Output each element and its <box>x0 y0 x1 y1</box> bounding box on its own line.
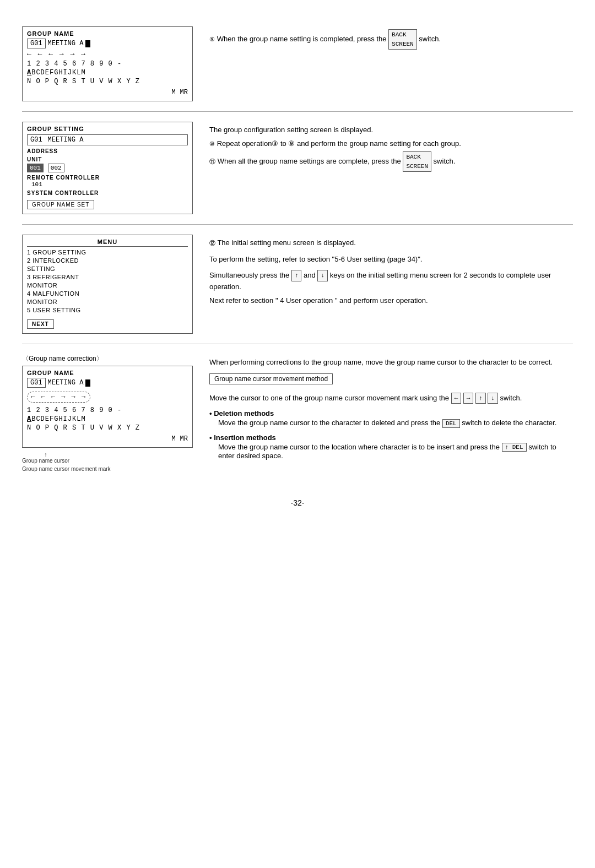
right-col-3: ⑫ The initial setting menu screen is dis… <box>204 235 573 334</box>
menu-para2: To perform the setting, refer to section… <box>209 254 573 265</box>
caption-area: ↑ Group name cursor Group name cursor mo… <box>22 451 193 472</box>
caption-cursor-col: ↑ Group name cursor <box>22 451 69 464</box>
correction-intro: When performing corrections to the group… <box>209 357 573 368</box>
deletion-text: Move the group name cursor to the charac… <box>209 419 573 428</box>
menu-item-3b: MONITOR <box>27 282 188 289</box>
menu-item-5: 5 USER SETTING <box>27 307 188 313</box>
group-name-display-1: MEETING A <box>48 40 91 47</box>
insertion-text: Move the group name cursor to the locati… <box>209 443 573 460</box>
menu-item-2b: SETTING <box>27 265 188 272</box>
char-A-underline: A <box>27 69 31 77</box>
left-col-3: MENU 1 GROUP SETTING 2 INTERLOCKED SETTI… <box>22 235 193 334</box>
cursor-block-2 <box>85 379 90 387</box>
step12-circle: ⑫ <box>209 238 215 248</box>
section-group-name-entry: GROUP NAME G01 MEETING A ← ← ← → → → 1 2… <box>22 17 573 111</box>
gs-system-label: SYSTEM CONTROLLER <box>27 190 188 196</box>
right-col-2: The group configuration setting screen i… <box>204 122 573 214</box>
step10-circle: ⑩ <box>209 139 215 149</box>
nav-arrows-1: ← ← ← → → → <box>27 50 188 58</box>
group-id-1: G01 <box>27 39 46 48</box>
menu-next-btn[interactable]: NEXT <box>27 319 54 329</box>
chars-rest-2: BCDEFGHIJKLM <box>31 415 85 423</box>
mr-row-2: M MR <box>27 435 188 443</box>
page-number: -32- <box>22 498 573 507</box>
gs-address-label: ADDRESS <box>27 148 188 154</box>
page-content: GROUP NAME G01 MEETING A ← ← ← → → → 1 2… <box>22 17 573 507</box>
ins-key-btn: ↑ DEL <box>502 443 527 452</box>
key-up-btn: ↑ <box>291 270 302 281</box>
group-name-screen-2: GROUP NAME G01 MEETING A ← ← ← → → → 1 2… <box>22 366 193 448</box>
key-right-btn: → <box>463 393 474 404</box>
gs-bottom-btn[interactable]: GROUP NAME SET <box>27 200 94 209</box>
step9-circle: ⑨ <box>209 35 215 44</box>
char-A-underline-2: A <box>27 415 31 423</box>
menu-step12: ⑫ The initial setting menu screen is dis… <box>209 237 573 248</box>
backscreen-key-1: BACKSCREEN <box>388 29 417 50</box>
key-down-btn: ↓ <box>317 270 328 281</box>
screen-title-2: GROUP NAME <box>27 370 188 376</box>
gs-group-id: G01 <box>30 136 42 144</box>
gs-step10: ⑩ Repeat operation③ to ⑨ and perform the… <box>209 138 573 149</box>
left-col-1: GROUP NAME G01 MEETING A ← ← ← → → → 1 2… <box>22 26 193 101</box>
btn-mr-1[interactable]: MR <box>180 89 188 96</box>
method-label: Group name cursor movement method <box>209 373 333 384</box>
mr-row-1: M MR <box>27 89 188 96</box>
btn-m-2[interactable]: M <box>171 435 175 443</box>
unit2-box: 002 <box>48 164 64 172</box>
chars-BCDEFGHIJKLM: BCDEFGHIJKLM <box>31 69 85 77</box>
chars-row3-2: N O P Q R S T U V W X Y Z <box>27 424 188 432</box>
gs-remote-val: 101 <box>31 181 188 188</box>
group-id-2: G01 <box>27 378 46 388</box>
screen-name-row-1: G01 MEETING A <box>27 39 188 48</box>
method-text: Move the cursor to one of the group name… <box>209 393 573 404</box>
left-col-2: GROUP SETTING G01 MEETING A ADDRESS UNIT… <box>22 122 193 214</box>
correction-container: GROUP NAME G01 MEETING A ← ← ← → → → 1 2… <box>22 366 193 472</box>
group-setting-screen: GROUP SETTING G01 MEETING A ADDRESS UNIT… <box>22 122 193 214</box>
gs-para1: The group configuration setting screen i… <box>209 124 573 135</box>
caption-mark-text: Group name cursor movement mark <box>22 466 193 472</box>
correction-title: 〈Group name correction〉 <box>22 354 193 364</box>
menu-para3: Simultaneously press the ↑ and ↓ keys on… <box>209 270 573 292</box>
screen-name-row-2: G01 MEETING A <box>27 378 188 388</box>
caption-cursor-arrow: ↑ <box>44 451 47 458</box>
menu-item-4b: MONITOR <box>27 299 188 305</box>
gs-name-row: G01 MEETING A <box>27 134 188 145</box>
cursor-block-1 <box>85 40 90 47</box>
menu-item-1: 1 GROUP SETTING <box>27 249 188 256</box>
del-key-btn: DEL <box>442 419 460 428</box>
right-col-4: When performing corrections to the group… <box>204 354 573 472</box>
menu-para4: Next refer to section " 4 User operation… <box>209 295 573 306</box>
menu-title: MENU <box>27 238 188 247</box>
key-down2-btn: ↓ <box>488 393 498 404</box>
btn-mr-2[interactable]: MR <box>180 435 188 443</box>
chars-row2-2: ABCDEFGHIJKLM <box>27 415 188 423</box>
menu-item-4: 4 MALFUNCTION <box>27 290 188 297</box>
section-correction: 〈Group name correction〉 GROUP NAME G01 M… <box>22 344 573 482</box>
group-name-screen-1: GROUP NAME G01 MEETING A ← ← ← → → → 1 2… <box>22 26 193 101</box>
unit1-box: 001 <box>27 164 44 172</box>
gs-unit-label: UNIT <box>27 156 188 162</box>
section-group-setting: GROUP SETTING G01 MEETING A ADDRESS UNIT… <box>22 111 573 224</box>
caption-cursor-text: Group name cursor <box>22 458 69 464</box>
group-name-display-2: MEETING A <box>48 379 91 387</box>
bullet-deletion: • Deletion methods Move the group name c… <box>209 409 573 428</box>
section-menu: MENU 1 GROUP SETTING 2 INTERLOCKED SETTI… <box>22 224 573 344</box>
gs-step11: ⑪ When all the group name settings are c… <box>209 151 573 172</box>
gs-remote-label: REMOTE CONTROLLER <box>27 175 188 181</box>
gs-unit-row: 001 002 <box>27 164 188 172</box>
key-left-btn: ← <box>451 393 462 404</box>
backscreen-key-2: BACKSCREEN <box>403 151 431 172</box>
chars-row2-1: ABCDEFGHIJKLM <box>27 69 188 77</box>
chars-row3-1: N O P Q R S T U V W X Y Z <box>27 78 188 85</box>
oval-arrows-container: ← ← ← → → → <box>27 390 188 404</box>
right-col-1: ⑨ When the group name setting is complet… <box>204 26 573 101</box>
menu-item-3: 3 REFRIGERANT <box>27 274 188 280</box>
btn-m-1[interactable]: M <box>171 89 175 96</box>
gs-screen-title: GROUP SETTING <box>27 126 188 132</box>
step9-text: ⑨ When the group name setting is complet… <box>209 29 573 50</box>
dashed-oval-arrows: ← ← ← → → → <box>27 392 90 403</box>
insertion-title: • Insertion methods <box>209 433 573 442</box>
caption-lines: ↑ Group name cursor <box>22 451 193 464</box>
gs-group-name: MEETING A <box>48 136 84 144</box>
screen-title-1: GROUP NAME <box>27 30 188 37</box>
